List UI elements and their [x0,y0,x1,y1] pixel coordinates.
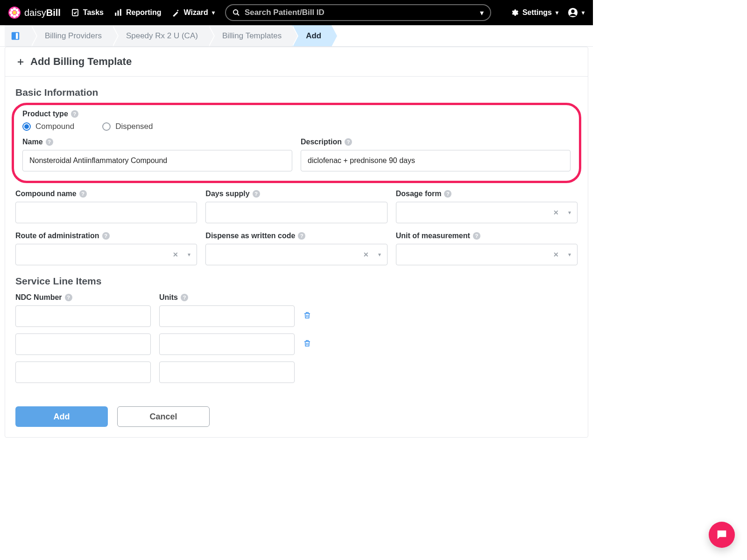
tasks-icon [71,8,79,17]
breadcrumb-speedy-rx[interactable]: Speedy Rx 2 U (CA) [112,25,208,46]
description-label: Description ? [301,138,571,146]
days-supply-input[interactable] [205,202,387,223]
dosage-form-select[interactable] [396,202,578,223]
help-icon[interactable]: ? [71,110,78,118]
nav-tasks[interactable]: Tasks [71,8,104,17]
brand-suffix: Bill [46,7,61,18]
form-actions: Add Cancel [15,406,578,427]
units-input[interactable] [159,333,295,355]
chevron-down-icon[interactable]: ▾ [378,251,381,258]
clear-icon[interactable]: ✕ [553,251,559,258]
nav-settings[interactable]: Settings ▾ [510,8,558,17]
brand-prefix: daisy [24,7,46,18]
help-icon[interactable]: ? [253,190,260,198]
trash-icon [303,311,311,319]
clear-icon[interactable]: ✕ [553,209,559,216]
svg-point-16 [571,10,574,13]
ndc-input[interactable] [15,362,151,383]
name-label: Name ? [22,138,292,146]
uom-label: Unit of measurement? [396,232,578,240]
sli-heading: Service Line Items [15,276,578,287]
search-icon [233,9,240,16]
description-input[interactable] [301,150,571,171]
units-label: Units? [159,293,295,302]
sli-row [15,362,578,383]
reporting-icon [114,8,122,17]
svg-rect-13 [120,9,121,16]
basic-information-heading: Basic Information [15,87,578,98]
radio-icon [22,122,31,131]
highlighted-section: Product type ? Compound Dispensed Name ? [12,103,581,183]
units-input[interactable] [159,305,295,327]
svg-point-2 [13,15,16,18]
dispense-code-select[interactable] [205,244,387,265]
svg-point-1 [13,7,16,10]
svg-point-14 [233,10,238,14]
nav-account[interactable]: ▾ [568,7,585,18]
chevron-down-icon: ▾ [212,9,215,16]
chevron-down-icon[interactable]: ▾ [568,251,571,258]
svg-rect-11 [115,13,116,16]
help-icon[interactable]: ? [79,190,87,198]
compound-name-label: Compound name? [15,190,197,198]
search-input[interactable] [245,8,475,17]
clear-icon[interactable]: ✕ [173,251,178,258]
help-icon[interactable]: ? [345,138,352,146]
nav-wizard[interactable]: Wizard ▾ [172,8,215,17]
add-billing-template-card: ＋ Add Billing Template Basic Information… [5,47,588,438]
name-input[interactable] [22,150,292,171]
brand-logo[interactable]: daisyBill [8,7,61,19]
compound-name-input[interactable] [15,202,197,223]
breadcrumbs: Billing Providers Speedy Rx 2 U (CA) Bil… [0,25,593,47]
card-header: ＋ Add Billing Template [5,47,588,77]
user-circle-icon [568,7,578,18]
dosage-form-label: Dosage form? [396,190,578,198]
help-icon[interactable]: ? [444,190,451,198]
svg-point-9 [13,11,16,14]
help-icon[interactable]: ? [46,138,53,146]
dispense-code-label: Dispense as written code? [205,232,387,240]
svg-point-5 [11,9,14,12]
radio-dispensed[interactable]: Dispensed [102,122,153,131]
plus-icon: ＋ [15,55,26,69]
svg-rect-18 [16,33,18,39]
help-icon[interactable]: ? [102,232,110,240]
chevron-down-icon[interactable]: ▾ [568,209,571,216]
svg-point-8 [16,14,19,17]
ndc-label: NDC Number? [15,293,151,302]
cancel-button[interactable]: Cancel [117,406,210,427]
product-type-label: Product type ? [22,110,571,118]
units-input[interactable] [159,362,295,383]
service-line-items: Service Line Items NDC Number? Units? [15,276,578,383]
delete-row-button[interactable] [303,311,322,321]
svg-rect-17 [12,32,20,40]
help-icon[interactable]: ? [298,232,305,240]
nav-reporting[interactable]: Reporting [114,8,162,17]
ndc-input[interactable] [15,333,151,355]
breadcrumb-home[interactable] [5,25,31,46]
add-button[interactable]: Add [15,406,108,427]
top-nav: daisyBill Tasks Reporting Wizard ▾ ▾ Set… [0,0,593,25]
route-select[interactable] [15,244,197,265]
days-supply-label: Days supply? [205,190,387,198]
ndc-input[interactable] [15,305,151,327]
flower-icon [8,7,21,19]
radio-icon [102,122,111,131]
clear-icon[interactable]: ✕ [363,251,369,258]
help-icon[interactable]: ? [65,294,72,301]
sli-row [15,305,578,327]
svg-point-6 [16,9,19,12]
help-icon[interactable]: ? [473,232,480,240]
breadcrumb-billing-templates[interactable]: Billing Templates [208,25,292,46]
chevron-down-icon[interactable]: ▾ [188,251,190,258]
radio-compound[interactable]: Compound [22,122,74,131]
uom-select[interactable] [396,244,578,265]
breadcrumb-billing-providers[interactable]: Billing Providers [31,25,112,46]
help-icon[interactable]: ? [181,294,188,301]
search-bar[interactable]: ▾ [225,4,491,21]
product-type-radios: Compound Dispensed [22,122,571,131]
chevron-down-icon[interactable]: ▾ [480,8,484,17]
wizard-icon [172,8,180,17]
svg-point-4 [17,11,20,14]
delete-row-button[interactable] [303,339,322,349]
